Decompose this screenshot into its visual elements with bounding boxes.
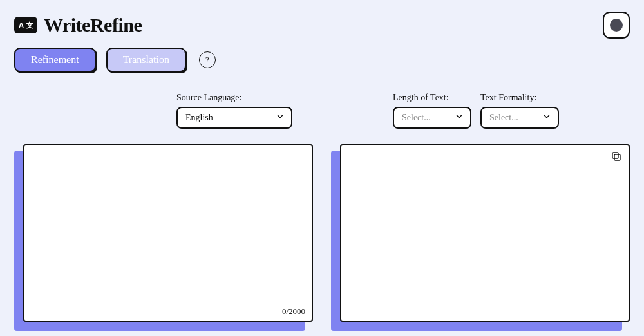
copy-icon[interactable] — [611, 151, 622, 162]
input-panel-wrap: 0/2000 — [14, 144, 313, 331]
char-count: 0/2000 — [282, 306, 305, 317]
length-group: Length of Text: Select... — [393, 93, 471, 129]
header: A 文 WriteRefine — [0, 0, 644, 39]
panels: 0/2000 — [0, 129, 644, 331]
brand-logo-icon: A 文 — [14, 17, 37, 33]
tab-translation[interactable]: Translation — [106, 48, 186, 72]
length-select[interactable]: Select... — [393, 107, 471, 129]
output-panel — [340, 144, 630, 322]
brand-name: WriteRefine — [44, 14, 142, 36]
tabs-row: Refinement Translation ? — [0, 39, 644, 72]
output-panel-wrap — [331, 144, 630, 331]
controls-row: Source Language: English Length of Text:… — [0, 72, 644, 129]
source-language-group: Source Language: English — [176, 93, 292, 129]
formality-select[interactable]: Select... — [480, 107, 559, 129]
source-language-label: Source Language: — [176, 93, 292, 103]
select-placeholder: Select... — [402, 113, 431, 123]
length-label: Length of Text: — [393, 93, 471, 103]
tab-refinement[interactable]: Refinement — [14, 48, 96, 72]
chevron-down-icon — [455, 112, 464, 124]
brand: A 文 WriteRefine — [14, 14, 142, 36]
svg-rect-3 — [612, 153, 618, 158]
help-label: ? — [205, 55, 209, 65]
formality-label: Text Formality: — [480, 93, 559, 103]
select-placeholder: Select... — [489, 113, 518, 123]
tab-label: Translation — [123, 54, 169, 65]
source-language-select[interactable]: English — [176, 107, 292, 129]
input-textarea[interactable]: 0/2000 — [23, 144, 313, 322]
chevron-down-icon — [276, 112, 285, 124]
theme-toggle-button[interactable] — [603, 12, 630, 39]
svg-rect-2 — [614, 154, 620, 160]
svg-text:文: 文 — [26, 21, 33, 29]
svg-text:A: A — [19, 21, 24, 29]
help-button[interactable]: ? — [199, 51, 216, 68]
tab-label: Refinement — [31, 54, 79, 65]
chevron-down-icon — [542, 112, 551, 124]
formality-group: Text Formality: Select... — [480, 93, 559, 129]
select-value: English — [185, 113, 213, 123]
theme-dot-icon — [610, 19, 623, 32]
